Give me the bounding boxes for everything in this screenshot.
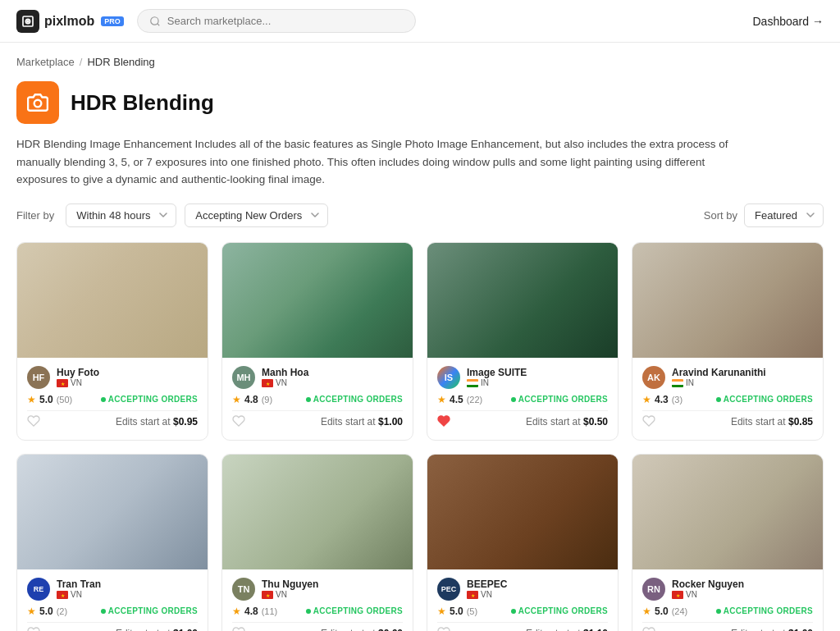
card-body-8: RN Rocker Nguyen ★ VN ★ 5.0 (24) bbox=[632, 569, 823, 631]
seller-info-8: Rocker Nguyen ★ VN bbox=[672, 578, 813, 599]
search-input[interactable] bbox=[167, 15, 404, 27]
seller-flag-4: IN bbox=[672, 378, 813, 387]
seller-flag-3: IN bbox=[467, 378, 608, 387]
search-bar[interactable] bbox=[137, 9, 416, 33]
rating-count-8: (24) bbox=[672, 606, 688, 616]
rating-score-2: 4.8 bbox=[244, 394, 258, 405]
logo-text: pixlmob bbox=[44, 14, 94, 29]
logo-icon bbox=[16, 10, 39, 33]
card-8[interactable]: RN Rocker Nguyen ★ VN ★ 5.0 (24) bbox=[632, 454, 824, 631]
seller-info-6: Thu Nguyen ★ VN bbox=[262, 578, 403, 599]
card-seller-5: RE Tran Tran ★ VN bbox=[27, 578, 198, 601]
page-description: HDR Blending Image Enhancement Includes … bbox=[16, 135, 755, 189]
card-ratings-5: ★ 5.0 (2) ACCEPTING ORDERS bbox=[27, 606, 198, 617]
accepting-dot-7 bbox=[511, 609, 516, 614]
accepting-dot-3 bbox=[511, 397, 516, 402]
heart-button-8[interactable] bbox=[642, 626, 655, 631]
breadcrumb-current: HDR Blending bbox=[87, 56, 154, 68]
heart-button-6[interactable] bbox=[232, 626, 245, 631]
card-7[interactable]: PEC BEEPEC ★ VN ★ 5.0 (5) bbox=[427, 454, 619, 631]
card-footer-5: Edits start at $1.00 bbox=[27, 622, 198, 631]
card-4[interactable]: AK Aravind Karunanithi IN ★ 4.3 (3) bbox=[632, 242, 824, 441]
rating-count-6: (11) bbox=[262, 606, 278, 616]
seller-flag-2: ★ VN bbox=[262, 378, 403, 387]
page-header: HDR Blending bbox=[16, 81, 824, 124]
card-image-4 bbox=[632, 243, 823, 358]
accepting-dot-6 bbox=[306, 609, 311, 614]
svg-point-3 bbox=[151, 16, 158, 24]
card-ratings-3: ★ 4.5 (22) ACCEPTING ORDERS bbox=[437, 394, 608, 405]
card-image-2 bbox=[222, 243, 413, 358]
navbar-left: pixlmob PRO bbox=[16, 9, 416, 33]
card-footer-2: Edits start at $1.00 bbox=[232, 410, 403, 430]
star-icon-1: ★ bbox=[27, 394, 36, 405]
card-ratings-8: ★ 5.0 (24) ACCEPTING ORDERS bbox=[642, 606, 813, 617]
card-footer-8: Edits start at $1.00 bbox=[642, 622, 813, 631]
card-footer-6: Edits start at $0.60 bbox=[232, 622, 403, 631]
seller-avatar: PEC bbox=[437, 578, 460, 601]
card-ratings-6: ★ 4.8 (11) ACCEPTING ORDERS bbox=[232, 606, 403, 617]
heart-button-7[interactable] bbox=[437, 626, 450, 631]
seller-name-5: Tran Tran bbox=[57, 578, 198, 590]
card-5[interactable]: RE Tran Tran ★ VN ★ 5.0 (2) bbox=[16, 454, 208, 631]
logo[interactable]: pixlmob PRO bbox=[16, 10, 124, 33]
accepting-dot-1 bbox=[101, 397, 106, 402]
rating-score-3: 4.5 bbox=[450, 394, 463, 405]
seller-name-7: BEEPEC bbox=[467, 578, 608, 590]
card-body-1: HF Huy Foto ★ VN ★ 5.0 (50) bbox=[17, 358, 208, 440]
card-seller-1: HF Huy Foto ★ VN bbox=[27, 366, 198, 389]
sort-select[interactable]: Featured bbox=[744, 203, 824, 227]
seller-info-3: Image SUITE IN bbox=[467, 367, 608, 387]
heart-button-2[interactable] bbox=[232, 414, 245, 430]
star-icon-8: ★ bbox=[642, 606, 651, 617]
breadcrumb-marketplace[interactable]: Marketplace bbox=[16, 56, 75, 68]
seller-avatar: IS bbox=[437, 366, 460, 389]
seller-name-6: Thu Nguyen bbox=[262, 578, 403, 590]
star-icon-2: ★ bbox=[232, 394, 241, 405]
rating-score-6: 4.8 bbox=[244, 606, 258, 617]
star-icon-3: ★ bbox=[437, 394, 446, 405]
seller-flag-5: ★ VN bbox=[57, 590, 198, 599]
dashboard-label: Dashboard bbox=[753, 15, 810, 28]
orders-filter[interactable]: Accepting New Orders bbox=[185, 203, 328, 227]
rating-count-1: (50) bbox=[57, 395, 73, 405]
accepting-badge-1: ACCEPTING ORDERS bbox=[101, 395, 198, 404]
seller-avatar: AK bbox=[642, 366, 665, 389]
seller-flag-7: ★ VN bbox=[467, 590, 608, 599]
accepting-badge-5: ACCEPTING ORDERS bbox=[101, 606, 198, 615]
card-seller-2: MH Manh Hoa ★ VN bbox=[232, 366, 403, 389]
breadcrumb-separator: / bbox=[80, 56, 83, 68]
rating-left-2: ★ 4.8 (9) bbox=[232, 394, 272, 405]
card-image-3 bbox=[427, 243, 618, 358]
heart-button-1[interactable] bbox=[27, 414, 40, 430]
sort-section: Sort by Featured bbox=[704, 203, 824, 227]
hours-filter[interactable]: Within 48 hours bbox=[66, 203, 176, 227]
breadcrumb: Marketplace / HDR Blending bbox=[16, 56, 824, 68]
rating-left-7: ★ 5.0 (5) bbox=[437, 606, 477, 617]
card-6[interactable]: TN Thu Nguyen ★ VN ★ 4.8 (11) bbox=[221, 454, 413, 631]
card-3[interactable]: IS Image SUITE IN ★ 4.5 (22) bbox=[427, 242, 619, 441]
accepting-badge-6: ACCEPTING ORDERS bbox=[306, 606, 403, 615]
seller-name-4: Aravind Karunanithi bbox=[672, 367, 813, 378]
seller-info-7: BEEPEC ★ VN bbox=[467, 578, 608, 599]
card-image-6 bbox=[222, 455, 413, 569]
card-footer-3: Edits start at $0.50 bbox=[437, 410, 608, 430]
rating-score-8: 5.0 bbox=[655, 606, 669, 617]
price-text-8: Edits start at $1.00 bbox=[731, 628, 813, 631]
heart-button-4[interactable] bbox=[642, 414, 655, 430]
rating-score-7: 5.0 bbox=[450, 606, 463, 617]
price-text-2: Edits start at $1.00 bbox=[321, 416, 403, 428]
star-icon-5: ★ bbox=[27, 606, 36, 617]
star-icon-4: ★ bbox=[642, 394, 651, 405]
search-icon bbox=[149, 16, 161, 27]
heart-button-5[interactable] bbox=[27, 626, 40, 631]
dashboard-arrow: → bbox=[812, 15, 824, 28]
accepting-dot-5 bbox=[101, 609, 106, 614]
card-1[interactable]: HF Huy Foto ★ VN ★ 5.0 (50) bbox=[16, 242, 208, 441]
accepting-dot-4 bbox=[716, 397, 721, 402]
card-2[interactable]: MH Manh Hoa ★ VN ★ 4.8 (9) bbox=[221, 242, 413, 441]
dashboard-link[interactable]: Dashboard → bbox=[753, 15, 824, 28]
heart-button-3[interactable] bbox=[437, 414, 450, 430]
card-footer-4: Edits start at $0.85 bbox=[642, 410, 813, 430]
card-seller-8: RN Rocker Nguyen ★ VN bbox=[642, 578, 813, 601]
